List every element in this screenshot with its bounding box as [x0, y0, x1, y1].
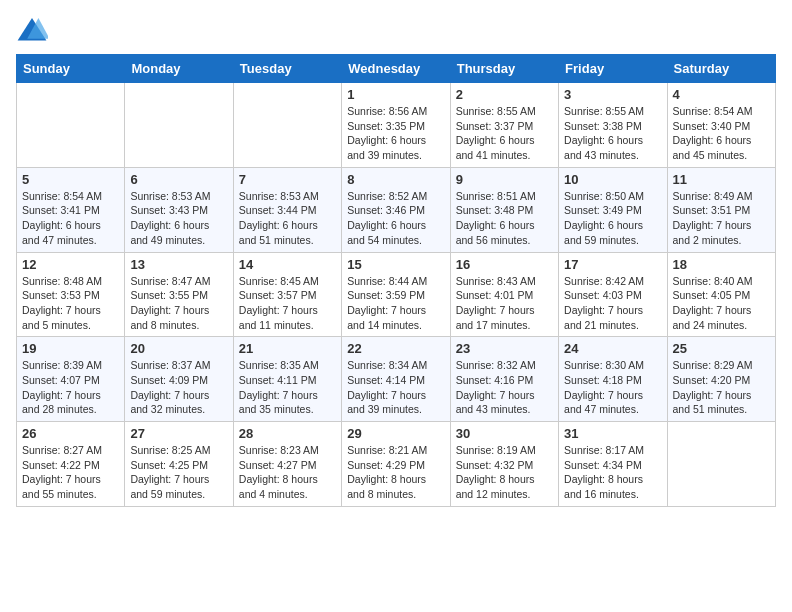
calendar-cell: 5Sunrise: 8:54 AM Sunset: 3:41 PM Daylig…: [17, 167, 125, 252]
day-info: Sunrise: 8:52 AM Sunset: 3:46 PM Dayligh…: [347, 189, 444, 248]
day-number: 31: [564, 426, 661, 441]
day-number: 28: [239, 426, 336, 441]
day-info: Sunrise: 8:50 AM Sunset: 3:49 PM Dayligh…: [564, 189, 661, 248]
day-info: Sunrise: 8:54 AM Sunset: 3:40 PM Dayligh…: [673, 104, 770, 163]
weekday-header-saturday: Saturday: [667, 55, 775, 83]
day-info: Sunrise: 8:42 AM Sunset: 4:03 PM Dayligh…: [564, 274, 661, 333]
calendar-cell: 26Sunrise: 8:27 AM Sunset: 4:22 PM Dayli…: [17, 422, 125, 507]
weekday-header-row: SundayMondayTuesdayWednesdayThursdayFrid…: [17, 55, 776, 83]
day-info: Sunrise: 8:48 AM Sunset: 3:53 PM Dayligh…: [22, 274, 119, 333]
calendar-cell: 3Sunrise: 8:55 AM Sunset: 3:38 PM Daylig…: [559, 83, 667, 168]
calendar-cell: 11Sunrise: 8:49 AM Sunset: 3:51 PM Dayli…: [667, 167, 775, 252]
day-number: 22: [347, 341, 444, 356]
day-number: 23: [456, 341, 553, 356]
day-info: Sunrise: 8:30 AM Sunset: 4:18 PM Dayligh…: [564, 358, 661, 417]
calendar-cell: 16Sunrise: 8:43 AM Sunset: 4:01 PM Dayli…: [450, 252, 558, 337]
calendar-cell: 15Sunrise: 8:44 AM Sunset: 3:59 PM Dayli…: [342, 252, 450, 337]
week-row-2: 5Sunrise: 8:54 AM Sunset: 3:41 PM Daylig…: [17, 167, 776, 252]
day-info: Sunrise: 8:54 AM Sunset: 3:41 PM Dayligh…: [22, 189, 119, 248]
day-info: Sunrise: 8:44 AM Sunset: 3:59 PM Dayligh…: [347, 274, 444, 333]
day-info: Sunrise: 8:19 AM Sunset: 4:32 PM Dayligh…: [456, 443, 553, 502]
day-number: 1: [347, 87, 444, 102]
week-row-3: 12Sunrise: 8:48 AM Sunset: 3:53 PM Dayli…: [17, 252, 776, 337]
calendar-cell: 25Sunrise: 8:29 AM Sunset: 4:20 PM Dayli…: [667, 337, 775, 422]
calendar-cell: 1Sunrise: 8:56 AM Sunset: 3:35 PM Daylig…: [342, 83, 450, 168]
day-number: 29: [347, 426, 444, 441]
weekday-header-friday: Friday: [559, 55, 667, 83]
logo-icon: [16, 16, 48, 44]
day-info: Sunrise: 8:34 AM Sunset: 4:14 PM Dayligh…: [347, 358, 444, 417]
day-info: Sunrise: 8:35 AM Sunset: 4:11 PM Dayligh…: [239, 358, 336, 417]
calendar-cell: [667, 422, 775, 507]
day-number: 5: [22, 172, 119, 187]
day-info: Sunrise: 8:40 AM Sunset: 4:05 PM Dayligh…: [673, 274, 770, 333]
weekday-header-monday: Monday: [125, 55, 233, 83]
calendar-cell: 28Sunrise: 8:23 AM Sunset: 4:27 PM Dayli…: [233, 422, 341, 507]
calendar-cell: 9Sunrise: 8:51 AM Sunset: 3:48 PM Daylig…: [450, 167, 558, 252]
day-number: 4: [673, 87, 770, 102]
day-number: 20: [130, 341, 227, 356]
day-info: Sunrise: 8:51 AM Sunset: 3:48 PM Dayligh…: [456, 189, 553, 248]
day-number: 25: [673, 341, 770, 356]
day-number: 14: [239, 257, 336, 272]
day-number: 30: [456, 426, 553, 441]
calendar-cell: 24Sunrise: 8:30 AM Sunset: 4:18 PM Dayli…: [559, 337, 667, 422]
calendar-cell: 4Sunrise: 8:54 AM Sunset: 3:40 PM Daylig…: [667, 83, 775, 168]
week-row-1: 1Sunrise: 8:56 AM Sunset: 3:35 PM Daylig…: [17, 83, 776, 168]
weekday-header-wednesday: Wednesday: [342, 55, 450, 83]
calendar-cell: 18Sunrise: 8:40 AM Sunset: 4:05 PM Dayli…: [667, 252, 775, 337]
day-info: Sunrise: 8:32 AM Sunset: 4:16 PM Dayligh…: [456, 358, 553, 417]
calendar-cell: 21Sunrise: 8:35 AM Sunset: 4:11 PM Dayli…: [233, 337, 341, 422]
day-number: 27: [130, 426, 227, 441]
calendar-cell: 20Sunrise: 8:37 AM Sunset: 4:09 PM Dayli…: [125, 337, 233, 422]
day-info: Sunrise: 8:47 AM Sunset: 3:55 PM Dayligh…: [130, 274, 227, 333]
day-number: 6: [130, 172, 227, 187]
weekday-header-sunday: Sunday: [17, 55, 125, 83]
calendar-cell: 8Sunrise: 8:52 AM Sunset: 3:46 PM Daylig…: [342, 167, 450, 252]
calendar: SundayMondayTuesdayWednesdayThursdayFrid…: [16, 54, 776, 507]
day-number: 2: [456, 87, 553, 102]
calendar-cell: 6Sunrise: 8:53 AM Sunset: 3:43 PM Daylig…: [125, 167, 233, 252]
day-number: 12: [22, 257, 119, 272]
day-info: Sunrise: 8:17 AM Sunset: 4:34 PM Dayligh…: [564, 443, 661, 502]
day-number: 13: [130, 257, 227, 272]
calendar-cell: [125, 83, 233, 168]
day-info: Sunrise: 8:45 AM Sunset: 3:57 PM Dayligh…: [239, 274, 336, 333]
day-number: 15: [347, 257, 444, 272]
calendar-cell: 27Sunrise: 8:25 AM Sunset: 4:25 PM Dayli…: [125, 422, 233, 507]
day-info: Sunrise: 8:21 AM Sunset: 4:29 PM Dayligh…: [347, 443, 444, 502]
week-row-4: 19Sunrise: 8:39 AM Sunset: 4:07 PM Dayli…: [17, 337, 776, 422]
calendar-cell: 19Sunrise: 8:39 AM Sunset: 4:07 PM Dayli…: [17, 337, 125, 422]
day-number: 9: [456, 172, 553, 187]
day-info: Sunrise: 8:49 AM Sunset: 3:51 PM Dayligh…: [673, 189, 770, 248]
day-info: Sunrise: 8:55 AM Sunset: 3:37 PM Dayligh…: [456, 104, 553, 163]
calendar-cell: 30Sunrise: 8:19 AM Sunset: 4:32 PM Dayli…: [450, 422, 558, 507]
day-info: Sunrise: 8:37 AM Sunset: 4:09 PM Dayligh…: [130, 358, 227, 417]
day-info: Sunrise: 8:39 AM Sunset: 4:07 PM Dayligh…: [22, 358, 119, 417]
day-info: Sunrise: 8:55 AM Sunset: 3:38 PM Dayligh…: [564, 104, 661, 163]
day-info: Sunrise: 8:27 AM Sunset: 4:22 PM Dayligh…: [22, 443, 119, 502]
day-number: 21: [239, 341, 336, 356]
calendar-cell: 10Sunrise: 8:50 AM Sunset: 3:49 PM Dayli…: [559, 167, 667, 252]
day-number: 7: [239, 172, 336, 187]
day-number: 17: [564, 257, 661, 272]
weekday-header-thursday: Thursday: [450, 55, 558, 83]
calendar-cell: 12Sunrise: 8:48 AM Sunset: 3:53 PM Dayli…: [17, 252, 125, 337]
day-info: Sunrise: 8:53 AM Sunset: 3:44 PM Dayligh…: [239, 189, 336, 248]
day-info: Sunrise: 8:53 AM Sunset: 3:43 PM Dayligh…: [130, 189, 227, 248]
logo: [16, 16, 52, 44]
day-info: Sunrise: 8:23 AM Sunset: 4:27 PM Dayligh…: [239, 443, 336, 502]
page-header: [16, 16, 776, 44]
day-number: 24: [564, 341, 661, 356]
calendar-cell: 29Sunrise: 8:21 AM Sunset: 4:29 PM Dayli…: [342, 422, 450, 507]
calendar-cell: 23Sunrise: 8:32 AM Sunset: 4:16 PM Dayli…: [450, 337, 558, 422]
calendar-cell: 14Sunrise: 8:45 AM Sunset: 3:57 PM Dayli…: [233, 252, 341, 337]
day-info: Sunrise: 8:25 AM Sunset: 4:25 PM Dayligh…: [130, 443, 227, 502]
calendar-cell: 17Sunrise: 8:42 AM Sunset: 4:03 PM Dayli…: [559, 252, 667, 337]
day-info: Sunrise: 8:43 AM Sunset: 4:01 PM Dayligh…: [456, 274, 553, 333]
day-number: 18: [673, 257, 770, 272]
day-number: 11: [673, 172, 770, 187]
day-number: 10: [564, 172, 661, 187]
day-info: Sunrise: 8:29 AM Sunset: 4:20 PM Dayligh…: [673, 358, 770, 417]
calendar-cell: 22Sunrise: 8:34 AM Sunset: 4:14 PM Dayli…: [342, 337, 450, 422]
